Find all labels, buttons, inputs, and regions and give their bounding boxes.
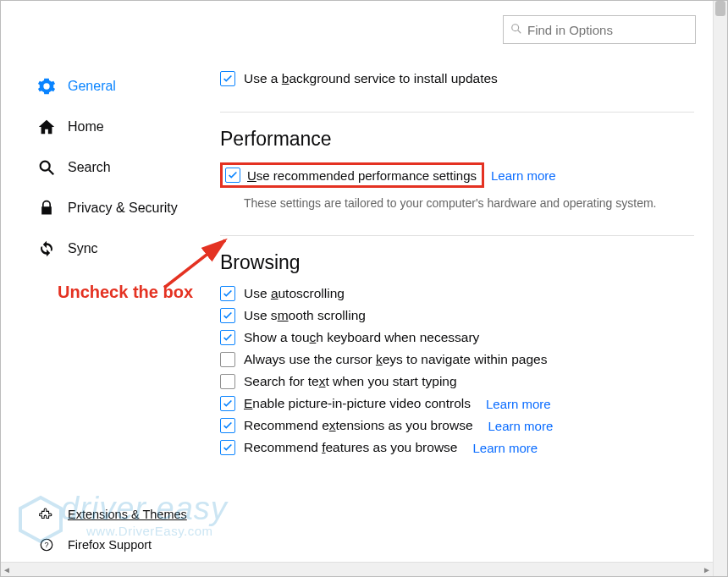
- sidebar-item-search[interactable]: Search: [37, 151, 205, 184]
- sync-icon: [37, 239, 56, 258]
- checkbox-browsing-5[interactable]: [220, 396, 235, 411]
- search-icon: [510, 23, 527, 37]
- scroll-left-arrow[interactable]: ◄: [1, 564, 13, 574]
- sidebar-item-home[interactable]: Home: [37, 110, 205, 144]
- label-browsing-4: Search for text when you start typing: [244, 374, 457, 389]
- window-frame: General Home Search: [0, 0, 728, 577]
- checkbox-background-service[interactable]: [220, 71, 235, 86]
- sidebar-item-sync[interactable]: Sync: [37, 232, 205, 266]
- checkbox-use-recommended[interactable]: [225, 168, 240, 183]
- checkbox-browsing-6[interactable]: [220, 418, 235, 433]
- label-browsing-3: Always use the cursor keys to navigate w…: [244, 352, 547, 367]
- magnifier-icon: [37, 158, 56, 177]
- note-performance: These settings are tailored to your comp…: [244, 196, 694, 210]
- row-browsing-1[interactable]: Use smooth scrolling: [220, 308, 694, 323]
- checkbox-browsing-7[interactable]: [220, 440, 235, 455]
- checkbox-browsing-3[interactable]: [220, 352, 235, 367]
- sidebar-item-label: Home: [68, 119, 104, 135]
- checkbox-browsing-2[interactable]: [220, 330, 235, 345]
- svg-line-3: [49, 170, 54, 175]
- sidebar-item-label: Sync: [68, 241, 98, 256]
- sidebar-item-label: Search: [68, 160, 111, 175]
- gear-icon: [37, 77, 56, 96]
- row-browsing-5[interactable]: Enable picture-in-picture video controls…: [220, 396, 694, 411]
- sidebar-footer-label: Extensions & Themes: [68, 508, 187, 521]
- link-learn-more-browsing-6[interactable]: Learn more: [488, 419, 554, 433]
- sidebar-item-extensions[interactable]: Extensions & Themes: [37, 501, 205, 528]
- label-use-recommended: Use recommended performance settings: [247, 168, 477, 183]
- annotation-text: Uncheck the box: [58, 283, 193, 302]
- link-learn-more-browsing-5[interactable]: Learn more: [486, 397, 551, 411]
- sidebar-item-privacy[interactable]: Privacy & Security: [37, 191, 205, 225]
- label-browsing-6: Recommend extensions as you browse: [244, 418, 473, 433]
- scroll-right-arrow[interactable]: ►: [701, 564, 713, 574]
- help-icon: ?: [37, 536, 56, 554]
- vertical-scrollbar[interactable]: [713, 1, 727, 576]
- sidebar-footer: Extensions & Themes ? Firefox Support: [37, 501, 205, 562]
- label-browsing-5: Enable picture-in-picture video controls: [244, 396, 471, 411]
- svg-point-0: [512, 24, 519, 30]
- row-browsing-6[interactable]: Recommend extensions as you browseLearn …: [220, 418, 694, 433]
- sidebar-footer-label: Firefox Support: [68, 538, 152, 552]
- search-box[interactable]: [503, 15, 696, 44]
- settings-content: Use a background service to install upda…: [205, 49, 713, 562]
- label-browsing-0: Use autoscrolling: [244, 286, 345, 301]
- checkbox-browsing-1[interactable]: [220, 308, 235, 323]
- row-background-service[interactable]: Use a background service to install upda…: [220, 71, 694, 86]
- puzzle-icon: [37, 505, 56, 524]
- row-browsing-4[interactable]: Search for text when you start typing: [220, 374, 694, 389]
- sidebar-item-label: Privacy & Security: [68, 201, 178, 216]
- row-browsing-3[interactable]: Always use the cursor keys to navigate w…: [220, 352, 694, 367]
- svg-line-1: [518, 30, 521, 33]
- divider: [220, 235, 694, 236]
- label-background-service: Use a background service to install upda…: [244, 71, 498, 86]
- label-browsing-7: Recommend features as you browse: [244, 440, 457, 455]
- columns: General Home Search: [2, 49, 713, 562]
- search-input[interactable]: [527, 23, 688, 37]
- sidebar-item-general[interactable]: General: [37, 69, 205, 103]
- scroll-thumb[interactable]: [715, 1, 725, 16]
- content-area: General Home Search: [1, 1, 727, 576]
- heading-browsing: Browsing: [220, 251, 694, 274]
- sidebar: General Home Search: [2, 49, 205, 562]
- svg-point-2: [41, 162, 50, 171]
- sidebar-item-label: General: [68, 79, 116, 94]
- horizontal-scrollbar[interactable]: ◄ ►: [1, 562, 713, 576]
- divider: [220, 112, 694, 113]
- sidebar-item-support[interactable]: ? Firefox Support: [37, 531, 205, 558]
- heading-performance: Performance: [220, 128, 694, 151]
- checkbox-browsing-4[interactable]: [220, 374, 235, 389]
- svg-text:?: ?: [44, 541, 48, 549]
- browsing-list: Use autoscrollingUse smooth scrollingSho…: [220, 286, 694, 455]
- row-browsing-7[interactable]: Recommend features as you browseLearn mo…: [220, 440, 694, 455]
- home-icon: [37, 118, 56, 136]
- link-learn-more-browsing-7[interactable]: Learn more: [472, 441, 538, 455]
- annotation-highlight-box: Use recommended performance settings: [220, 162, 484, 188]
- lock-icon: [37, 199, 56, 217]
- link-learn-more-performance[interactable]: Learn more: [491, 168, 556, 183]
- label-browsing-2: Show a touch keyboard when necessary: [244, 330, 479, 345]
- checkbox-browsing-0[interactable]: [220, 286, 235, 301]
- label-browsing-1: Use smooth scrolling: [244, 308, 366, 323]
- row-browsing-0[interactable]: Use autoscrolling: [220, 286, 694, 301]
- options-page: General Home Search: [2, 2, 713, 562]
- search-row: [2, 2, 713, 49]
- row-browsing-2[interactable]: Show a touch keyboard when necessary: [220, 330, 694, 345]
